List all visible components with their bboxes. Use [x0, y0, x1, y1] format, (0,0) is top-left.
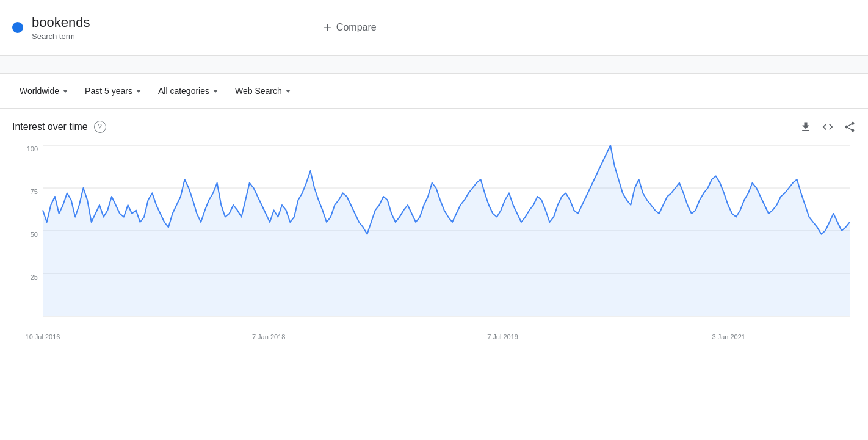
filter-period[interactable]: Past 5 years	[78, 81, 148, 101]
x-axis: 10 Jul 2016 7 Jan 2018 7 Jul 2019 3 Jan …	[43, 328, 850, 353]
filter-region[interactable]: Worldwide	[12, 81, 75, 101]
compare-section: + Compare	[305, 10, 868, 45]
plus-icon: +	[324, 20, 331, 35]
search-term-section: bookends Search term	[0, 0, 305, 55]
filter-region-label: Worldwide	[20, 86, 59, 96]
chevron-down-icon	[286, 90, 291, 93]
term-type: Search term	[32, 32, 90, 41]
term-info: bookends Search term	[32, 15, 90, 41]
y-label-25: 25	[31, 273, 38, 281]
compare-label: Compare	[336, 22, 377, 33]
chart-section: Interest over time ? 100 7	[0, 109, 868, 359]
term-name: bookends	[32, 15, 90, 31]
y-label-100: 100	[27, 145, 38, 153]
share-icon[interactable]	[844, 121, 856, 133]
filter-categories-label: All categories	[158, 86, 209, 96]
y-label-75: 75	[31, 188, 38, 195]
chevron-down-icon	[213, 90, 218, 93]
help-icon[interactable]: ?	[94, 121, 106, 133]
term-color-dot	[12, 22, 23, 33]
download-icon[interactable]	[800, 121, 812, 133]
x-label-1: 10 Jul 2016	[26, 333, 60, 341]
embed-icon[interactable]	[822, 121, 834, 133]
filter-search-type[interactable]: Web Search	[228, 81, 298, 101]
svg-marker-5	[43, 145, 850, 316]
chart-area	[43, 145, 850, 316]
chart-svg	[43, 145, 850, 316]
header: bookends Search term + Compare	[0, 0, 868, 56]
filter-search-type-label: Web Search	[235, 86, 282, 96]
y-axis: 100 75 50 25	[12, 145, 43, 316]
chevron-down-icon	[63, 90, 68, 93]
filter-period-label: Past 5 years	[85, 86, 132, 96]
filter-categories[interactable]: All categories	[151, 81, 225, 101]
x-label-2: 7 Jan 2018	[252, 333, 285, 341]
y-label-50: 50	[31, 231, 38, 238]
chart-title-group: Interest over time ?	[12, 121, 106, 133]
x-label-4: 3 Jan 2021	[712, 333, 745, 341]
chevron-down-icon	[136, 90, 141, 93]
chart-actions	[800, 121, 856, 133]
filters-bar: Worldwide Past 5 years All categories We…	[0, 74, 868, 109]
chart-title: Interest over time	[12, 121, 88, 132]
x-label-3: 7 Jul 2019	[487, 333, 518, 341]
chart-container: 100 75 50 25 10 Jul 2016 7 Jan 2018 7 Ju…	[12, 145, 856, 353]
chart-header: Interest over time ?	[12, 121, 856, 133]
subtitle-bar	[0, 56, 868, 74]
compare-button[interactable]: + Compare	[324, 20, 377, 35]
